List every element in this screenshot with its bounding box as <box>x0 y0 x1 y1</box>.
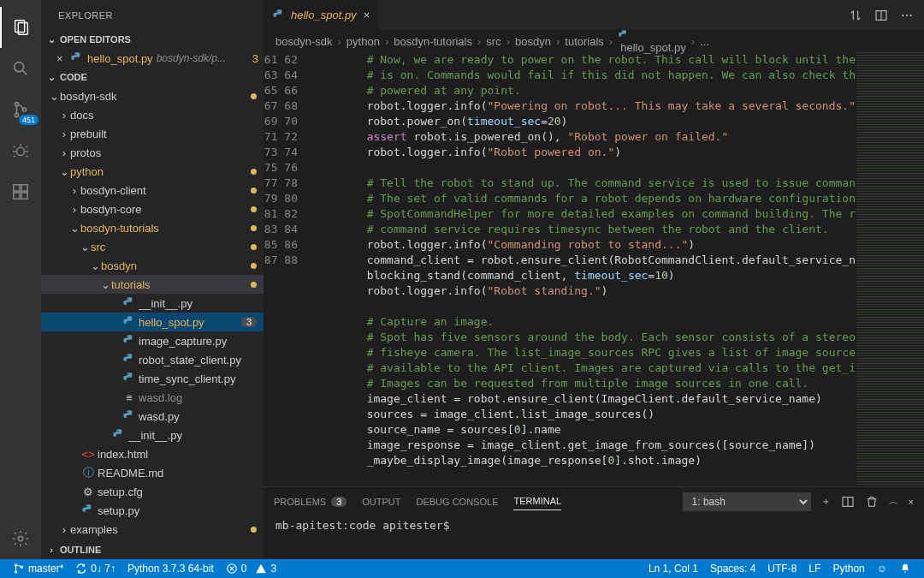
chevron-right-icon: › <box>46 545 56 555</box>
file-icon: ≡ <box>121 391 137 404</box>
status-bell-icon[interactable] <box>893 563 917 575</box>
breadcrumb-item[interactable]: src <box>486 35 500 48</box>
open-editors-section[interactable]: ⌄ OPEN EDITORS <box>41 30 264 49</box>
close-panel-icon[interactable]: × <box>909 497 914 507</box>
file-icon: ⓘ <box>80 465 96 480</box>
terminal-selector[interactable]: 1: bash <box>683 492 811 511</box>
folder-item[interactable]: ›prebuilt <box>41 124 264 143</box>
bottom-panel: PROBLEMS 3 OUTPUT DEBUG CONSOLE TERMINAL… <box>264 486 924 559</box>
minimap[interactable] <box>856 52 924 486</box>
open-editor-item[interactable]: × hello_spot.py bosdyn-sdk/p... 3 <box>41 49 264 68</box>
tab-terminal[interactable]: TERMINAL <box>513 496 561 510</box>
file-item[interactable]: setup.py <box>41 501 264 520</box>
tab-output[interactable]: OUTPUT <box>362 497 400 507</box>
sidebar-title: EXPLORER <box>41 0 264 30</box>
breadcrumb[interactable]: bosdyn-sdk›python›bosdyn-tutorials›src›b… <box>264 30 924 52</box>
breadcrumb-item[interactable]: hello_spot.py <box>618 29 686 54</box>
status-python-env[interactable]: Python 3.7.3 64-bit <box>121 559 220 578</box>
folder-item[interactable]: ›docs <box>41 105 264 124</box>
status-errors[interactable]: 0 3 <box>220 559 282 578</box>
breadcrumb-item[interactable]: bosdyn <box>515 35 551 48</box>
tab-problems[interactable]: PROBLEMS 3 <box>274 497 346 507</box>
editor-tabs: hello_spot.py × <box>264 0 924 30</box>
folder-item[interactable]: ⌄tutorials <box>41 275 264 294</box>
activity-bar: 451 <box>0 0 41 559</box>
folder-item[interactable]: ⌄python <box>41 162 264 181</box>
new-terminal-icon[interactable]: ＋ <box>821 495 831 508</box>
file-item[interactable]: image_capture.py <box>41 331 264 350</box>
folder-item[interactable]: ›bosdyn-core <box>41 200 264 218</box>
code-editor[interactable]: 61 62 63 64 65 66 67 68 69 70 71 72 73 7… <box>264 52 856 486</box>
badge: 3 <box>241 317 257 327</box>
close-icon[interactable]: × <box>56 52 70 65</box>
file-item[interactable]: ⓘREADME.md <box>41 463 264 482</box>
tab-debug-console[interactable]: DEBUG CONSOLE <box>417 497 499 507</box>
debug-icon[interactable] <box>0 130 41 171</box>
status-eol[interactable]: LF <box>803 563 826 575</box>
chevron-right-icon: › <box>68 184 80 197</box>
breadcrumb-item[interactable]: ... <box>700 35 709 48</box>
trash-icon[interactable] <box>865 495 879 509</box>
svg-line-12 <box>26 156 27 158</box>
outline-section[interactable]: › OUTLINE <box>41 540 264 559</box>
file-icon <box>121 334 137 348</box>
file-item[interactable]: robot_state_client.py <box>41 350 264 369</box>
folder-item[interactable]: ⌄bosdyn <box>41 256 264 275</box>
settings-gear-icon[interactable] <box>0 518 41 559</box>
svg-rect-17 <box>21 193 27 199</box>
tab-hello-spot[interactable]: hello_spot.py × <box>264 0 379 30</box>
split-editor-icon[interactable] <box>874 9 888 22</box>
status-lncol[interactable]: Ln 1, Col 1 <box>643 563 704 575</box>
file-icon: <> <box>80 448 96 461</box>
modified-dot <box>251 169 257 175</box>
file-item[interactable]: __init__.py <box>41 294 264 313</box>
explorer-icon[interactable] <box>0 7 41 48</box>
file-item[interactable]: ⚙setup.cfg <box>41 482 264 501</box>
file-item[interactable]: wasd.py <box>41 407 264 426</box>
folder-item[interactable]: ⌄bosdyn-sdk <box>41 86 264 105</box>
chevron-up-icon[interactable]: ︿ <box>889 495 898 508</box>
status-spaces[interactable]: Spaces: 4 <box>704 563 761 575</box>
breadcrumb-item[interactable]: bosdyn-sdk <box>275 35 332 48</box>
chevron-down-icon: ⌄ <box>46 72 56 83</box>
svg-rect-16 <box>14 193 20 199</box>
status-lang[interactable]: Python <box>826 563 870 575</box>
compare-changes-icon[interactable] <box>849 9 862 22</box>
modified-dot <box>251 206 257 212</box>
file-icon <box>121 372 137 385</box>
file-item[interactable]: hello_spot.py3 <box>41 313 264 331</box>
code-section[interactable]: ⌄ CODE <box>41 68 264 86</box>
close-icon[interactable]: × <box>364 9 370 21</box>
file-item[interactable]: time_sync_client.py <box>41 369 264 388</box>
file-icon <box>80 504 96 517</box>
status-feedback-icon[interactable]: ☺ <box>871 563 893 575</box>
status-sync[interactable]: 0↓ 7↑ <box>69 559 121 578</box>
chevron-right-icon: › <box>68 203 80 216</box>
scm-icon[interactable]: 451 <box>0 89 41 130</box>
terminal-body[interactable]: mb-apitest:code apitester$ <box>264 515 924 559</box>
breadcrumb-item[interactable]: python <box>346 35 380 48</box>
svg-rect-18 <box>21 185 27 191</box>
status-branch[interactable]: master* <box>7 559 69 578</box>
breadcrumb-item[interactable]: bosdyn-tutorials <box>394 35 472 48</box>
file-item[interactable]: <>index.html <box>41 444 264 463</box>
chevron-down-icon: ⌄ <box>68 222 80 235</box>
file-item[interactable]: ≡wasd.log <box>41 388 264 407</box>
split-terminal-icon[interactable] <box>841 495 855 509</box>
search-icon[interactable] <box>0 48 41 89</box>
modified-dot <box>251 244 257 250</box>
folder-item[interactable]: ›examples <box>41 520 264 539</box>
modified-dot <box>251 282 257 288</box>
more-actions-icon[interactable] <box>900 9 914 22</box>
folder-item[interactable]: ›protos <box>41 143 264 162</box>
python-file-icon <box>70 51 84 65</box>
folder-item[interactable]: ›bosdyn-client <box>41 181 264 200</box>
extensions-icon[interactable] <box>0 171 41 212</box>
modified-dot <box>251 263 257 269</box>
scm-badge: 451 <box>19 115 38 125</box>
breadcrumb-item[interactable]: tutorials <box>565 35 604 48</box>
status-encoding[interactable]: UTF-8 <box>761 563 803 575</box>
file-item[interactable]: __init__.py <box>41 426 264 444</box>
folder-item[interactable]: ⌄src <box>41 237 264 256</box>
folder-item[interactable]: ⌄bosdyn-tutorials <box>41 218 264 237</box>
